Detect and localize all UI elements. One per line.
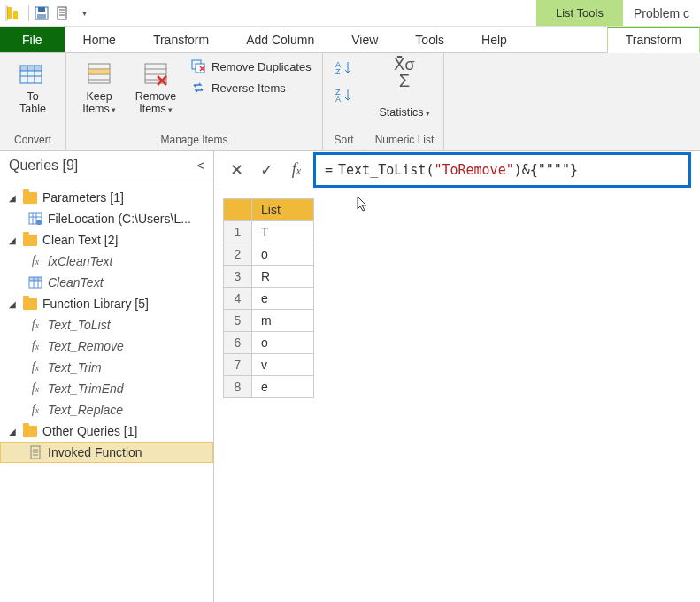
table-row[interactable]: 5m	[224, 310, 314, 332]
remove-items-label: Remove Items	[135, 91, 177, 116]
tree-item[interactable]: CleanText	[0, 272, 213, 293]
table-row[interactable]: 7v	[224, 354, 314, 376]
remove-items-icon	[142, 60, 170, 89]
folder-icon	[23, 190, 37, 205]
cell-value[interactable]: m	[252, 310, 314, 332]
tab-transform[interactable]: Transform	[135, 27, 227, 52]
qat-button[interactable]	[53, 4, 73, 23]
list-preview: List 1T2o3R4e5m6o7v8e	[214, 189, 700, 407]
svg-point-19	[36, 220, 42, 225]
sort-desc-button[interactable]: ZA	[332, 84, 357, 110]
tree-item[interactable]: Invoked Function	[0, 442, 213, 463]
queries-pane: Queries [9] < ◢Parameters [1]FileLocatio…	[0, 150, 214, 602]
cell-value[interactable]: o	[252, 243, 314, 266]
qat-customize[interactable]: ▾	[74, 4, 94, 23]
tree-group[interactable]: ◢Other Queries [1]	[0, 421, 213, 442]
tree-group[interactable]: ◢Function Library [5]	[0, 293, 213, 314]
formula-eq: =	[325, 162, 333, 178]
remove-duplicates-icon	[190, 58, 206, 74]
separator	[28, 5, 29, 21]
group-label-numeric: Numeric List	[373, 132, 436, 148]
row-number: 2	[224, 243, 252, 266]
statistics-label: Statistics	[379, 107, 429, 120]
fx-button[interactable]: fx	[283, 158, 310, 182]
fx-icon: fx	[28, 403, 42, 417]
tab-list-transform[interactable]: Transform	[607, 27, 700, 53]
tree-item[interactable]: fxText_Remove	[0, 336, 213, 357]
table-icon	[28, 275, 42, 289]
tree-item[interactable]: fxText_Replace	[0, 399, 213, 421]
table-row[interactable]: 3R	[224, 266, 314, 288]
save-button[interactable]	[32, 4, 51, 23]
keep-items-button[interactable]: Keep Items	[73, 57, 125, 120]
remove-items-button[interactable]: Remove Items	[130, 57, 181, 120]
tree-group-label: Other Queries [1]	[42, 424, 137, 438]
svg-rect-4	[38, 7, 45, 12]
table-row[interactable]: 8e	[224, 376, 314, 398]
fx-icon: fx	[28, 254, 42, 268]
queries-tree: ◢Parameters [1]FileLocation (C:\Users\L.…	[0, 181, 213, 602]
collapse-pane-button[interactable]: <	[197, 158, 204, 173]
cell-value[interactable]: R	[252, 266, 314, 288]
table-row[interactable]: 4e	[224, 288, 314, 310]
tree-item[interactable]: fxText_Trim	[0, 357, 213, 378]
reverse-items-button[interactable]: Reverse Items	[187, 78, 315, 97]
reverse-items-icon	[190, 80, 206, 96]
cell-value[interactable]: e	[252, 288, 314, 310]
to-table-button[interactable]: To Table	[7, 57, 58, 120]
group-label-manage: Manage Items	[73, 132, 315, 148]
formula-tail: {""""}	[530, 162, 578, 178]
table-row[interactable]: 6o	[224, 332, 314, 354]
tree-item[interactable]: fxText_TrimEnd	[0, 378, 213, 399]
table-row[interactable]: 2o	[224, 243, 314, 266]
formula-bar: ✕ ✓ fx = Text_ToList ( "ToRemove" ) & {"…	[214, 150, 700, 189]
tree-group[interactable]: ◢Parameters [1]	[0, 187, 213, 208]
tree-item[interactable]: fxfxCleanText	[0, 251, 213, 272]
svg-text:A: A	[335, 95, 341, 104]
cell-value[interactable]: e	[252, 376, 314, 398]
cancel-formula-button[interactable]: ✕	[223, 158, 250, 182]
tab-home[interactable]: Home	[65, 27, 135, 52]
sort-asc-icon: AZ	[335, 60, 353, 76]
tab-file[interactable]: File	[0, 27, 65, 52]
ribbon-group-convert: To Table Convert	[0, 53, 66, 150]
tree-item-label: Text_TrimEnd	[48, 382, 124, 396]
tree-item-label: FileLocation (C:\Users\L...	[48, 212, 191, 226]
tab-tools[interactable]: Tools	[396, 27, 463, 52]
group-label-convert: Convert	[7, 132, 58, 148]
formula-arg: "ToRemove"	[434, 162, 513, 178]
tab-view[interactable]: View	[333, 27, 396, 52]
row-number: 8	[224, 376, 252, 398]
row-number: 4	[224, 288, 252, 310]
tab-add-column[interactable]: Add Column	[227, 27, 333, 52]
check-icon: ✓	[260, 160, 273, 180]
formula-close: )	[514, 162, 522, 178]
sort-asc-button[interactable]: AZ	[332, 57, 357, 82]
tree-group[interactable]: ◢Clean Text [2]	[0, 229, 213, 251]
cell-value[interactable]: T	[252, 221, 314, 243]
cell-value[interactable]: o	[252, 332, 314, 354]
reverse-items-label: Reverse Items	[212, 81, 286, 95]
column-header-list[interactable]: List	[252, 199, 314, 221]
corner-cell[interactable]	[224, 199, 252, 221]
ribbon-group-numeric: X̄σ Σ Statistics Numeric List	[365, 53, 444, 150]
ribbon: To Table Convert Keep Items Remove Items	[0, 53, 700, 150]
tree-item[interactable]: fxText_ToList	[0, 314, 213, 336]
cell-value[interactable]: v	[252, 354, 314, 376]
tree-group-label: Parameters [1]	[42, 190, 124, 205]
remove-duplicates-button[interactable]: Remove Duplicates	[187, 57, 315, 76]
svg-rect-1	[13, 11, 18, 19]
svg-text:Z: Z	[335, 67, 341, 76]
svg-rect-5	[37, 14, 46, 19]
accept-formula-button[interactable]: ✓	[253, 158, 280, 182]
formula-open: (	[426, 162, 434, 178]
tree-item[interactable]: FileLocation (C:\Users\L...	[0, 208, 213, 229]
formula-input[interactable]: = Text_ToList ( "ToRemove" ) & {""""}	[313, 152, 691, 188]
remove-duplicates-label: Remove Duplicates	[212, 60, 312, 73]
table-row[interactable]: 1T	[224, 221, 314, 243]
param-icon	[28, 212, 42, 226]
row-number: 6	[224, 332, 252, 354]
statistics-button[interactable]: X̄σ Σ Statistics	[373, 57, 436, 123]
formula-fn: Text_ToList	[338, 162, 426, 178]
tab-help[interactable]: Help	[463, 27, 526, 52]
